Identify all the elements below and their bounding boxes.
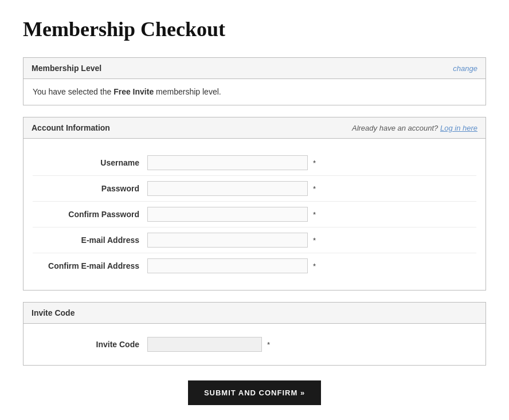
username-label: Username <box>33 158 147 167</box>
account-information-header: Account Information Already have an acco… <box>24 117 485 139</box>
password-row: Password * <box>33 176 476 201</box>
membership-name: Free Invite <box>113 87 154 96</box>
password-input-wrapper: * <box>147 181 316 196</box>
account-information-body: Username * Password * Confirm Password <box>24 139 485 290</box>
submit-button[interactable]: SUBMIT AND CONFIRM » <box>188 380 321 405</box>
email-required: * <box>313 236 316 245</box>
membership-level-section: Membership Level change You have selecte… <box>23 57 486 105</box>
invite-code-input-wrapper: * <box>147 337 270 352</box>
email-input-wrapper: * <box>147 233 316 248</box>
account-form-fields: Username * Password * Confirm Password <box>33 147 476 282</box>
already-account-text: Already have an account? Log in here <box>352 124 477 132</box>
invite-code-body: Invite Code * <box>24 324 485 365</box>
email-input[interactable] <box>147 233 308 248</box>
invite-code-input[interactable] <box>147 337 262 352</box>
password-required: * <box>313 185 316 193</box>
confirm-password-input[interactable] <box>147 207 308 222</box>
username-input-wrapper: * <box>147 155 316 170</box>
membership-level-body: You have selected the Free Invite member… <box>24 79 485 105</box>
confirm-email-row: Confirm E-mail Address * <box>33 253 476 278</box>
account-information-section: Account Information Already have an acco… <box>23 117 486 291</box>
invite-code-section: Invite Code Invite Code * <box>23 302 486 366</box>
invite-code-header: Invite Code <box>24 303 485 324</box>
email-label: E-mail Address <box>33 235 147 245</box>
password-input[interactable] <box>147 181 308 196</box>
login-link[interactable]: Log in here <box>440 124 477 132</box>
submit-area: SUBMIT AND CONFIRM » <box>23 380 486 405</box>
invite-code-required: * <box>267 340 270 349</box>
account-information-title: Account Information <box>32 123 110 132</box>
membership-level-header: Membership Level change <box>24 58 485 79</box>
confirm-email-required: * <box>313 262 316 270</box>
username-row: Username * <box>33 150 476 175</box>
membership-text: You have selected the Free Invite member… <box>33 87 221 96</box>
confirm-password-required: * <box>313 210 316 219</box>
membership-text-prefix: You have selected the <box>33 87 113 96</box>
invite-code-row: Invite Code * <box>33 332 476 357</box>
password-label: Password <box>33 184 147 193</box>
confirm-email-label: Confirm E-mail Address <box>33 261 147 270</box>
invite-code-title: Invite Code <box>32 308 75 317</box>
confirm-password-input-wrapper: * <box>147 207 316 222</box>
confirm-password-row: Confirm Password * <box>33 202 476 227</box>
page-title: Membership Checkout <box>23 17 486 41</box>
invite-code-label: Invite Code <box>33 340 147 349</box>
membership-text-suffix: membership level. <box>154 87 221 96</box>
membership-level-title: Membership Level <box>32 64 101 73</box>
username-required: * <box>313 159 316 167</box>
confirm-password-label: Confirm Password <box>33 210 147 219</box>
confirm-email-input[interactable] <box>147 258 308 273</box>
email-row: E-mail Address * <box>33 227 476 253</box>
confirm-email-input-wrapper: * <box>147 258 316 273</box>
username-input[interactable] <box>147 155 308 170</box>
change-link[interactable]: change <box>453 64 477 73</box>
